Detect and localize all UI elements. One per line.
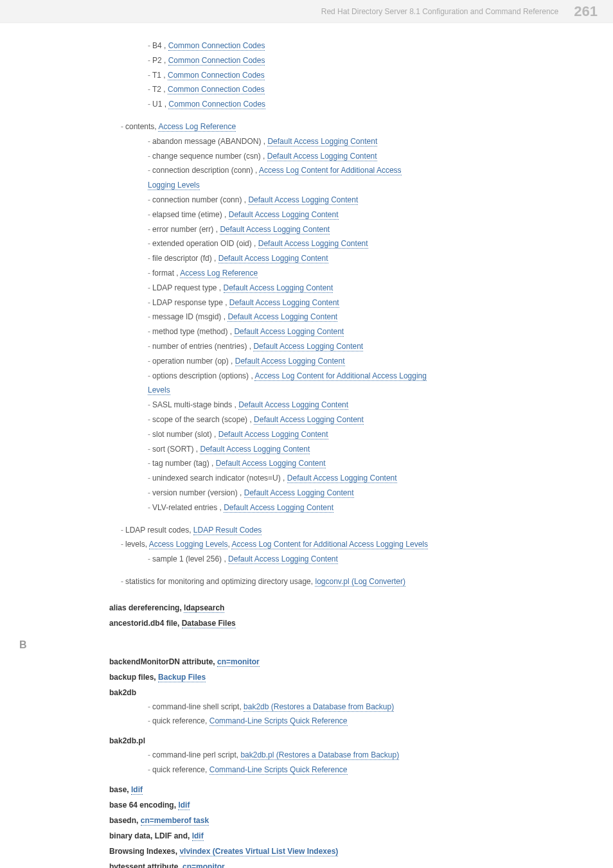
link-topic[interactable]: Default Access Logging Content xyxy=(229,298,339,308)
link-topic[interactable]: Default Access Logging Content xyxy=(227,312,337,322)
index-entry: -contents, Access Log Reference xyxy=(109,120,587,134)
index-term: bytessent attribute, cn=monitor xyxy=(109,862,587,868)
link-cn-memberof[interactable]: cn=memberof task xyxy=(141,816,209,826)
link-bak2db-script[interactable]: bak2db (Restores a Database from Backup) xyxy=(244,702,394,712)
index-content: -B4 , Common Connection Codes -P2 , Comm… xyxy=(0,23,613,868)
link-vlvindex[interactable]: vlvindex (Creates Virtual List View Inde… xyxy=(179,847,338,856)
index-term: base 64 encoding, ldif xyxy=(109,801,587,810)
link-logconv[interactable]: logconv.pl (Log Converter) xyxy=(315,577,405,587)
link-topic[interactable]: Default Access Logging Content xyxy=(229,210,339,220)
index-entry: -elapsed time (etime) , Default Access L… xyxy=(109,208,587,222)
index-entry: -connection description (conn) , Access … xyxy=(109,163,587,178)
index-entry: -LDAP result codes, LDAP Result Codes xyxy=(109,523,587,538)
index-entry: -T1 , Common Connection Codes xyxy=(109,68,587,83)
index-entry: -levels, Access Logging Levels, Access L… xyxy=(109,537,587,552)
index-entry: -abandon message (ABANDON) , Default Acc… xyxy=(109,134,587,149)
index-entry-cont: Logging Levels xyxy=(109,178,587,193)
link-topic[interactable]: Default Access Logging Content xyxy=(234,327,344,337)
index-entry: -slot number (slot) , Default Access Log… xyxy=(109,427,587,442)
page-header: Red Hat Directory Server 8.1 Configurati… xyxy=(0,0,613,23)
link-topic[interactable]: Default Access Logging Content xyxy=(267,137,377,146)
index-entry: -command-line shell script, bak2db (Rest… xyxy=(148,700,587,714)
index-entry: -sort (SORT) , Default Access Logging Co… xyxy=(109,442,587,457)
link-ldif[interactable]: ldif xyxy=(178,801,190,810)
link-default-access-logging-content[interactable]: Default Access Logging Content xyxy=(228,554,338,564)
link-topic-cont[interactable]: Logging Levels xyxy=(148,181,200,190)
index-term: bak2db xyxy=(109,688,587,697)
index-term: basedn, cn=memberof task xyxy=(109,816,587,825)
index-entry: -operation number (op) , Default Access … xyxy=(109,354,587,369)
link-cmdline-quick-ref[interactable]: Command-Line Scripts Quick Reference xyxy=(209,716,348,726)
link-common-connection-codes[interactable]: Common Connection Codes xyxy=(168,100,265,109)
index-entry: -quick reference, Command-Line Scripts Q… xyxy=(148,714,587,729)
link-access-log-reference[interactable]: Access Log Reference xyxy=(158,122,236,132)
link-topic[interactable]: Default Access Logging Content xyxy=(287,474,397,483)
link-topic[interactable]: Access Log Reference xyxy=(180,269,258,278)
index-entry: -file descriptor (fd) , Default Access L… xyxy=(109,251,587,266)
index-entry: -tag number (tag) , Default Access Loggi… xyxy=(109,456,587,471)
link-topic[interactable]: Default Access Logging Content xyxy=(258,239,368,249)
index-entry: -unindexed search indicator (notes=U) , … xyxy=(109,471,587,486)
link-topic[interactable]: Default Access Logging Content xyxy=(220,225,330,235)
link-topic[interactable]: Default Access Logging Content xyxy=(253,342,363,351)
section-letter-b: B xyxy=(19,639,587,651)
index-term: base, ldif xyxy=(109,785,587,794)
link-topic[interactable]: Default Access Logging Content xyxy=(224,283,333,293)
link-topic[interactable]: Default Access Logging Content xyxy=(238,400,348,410)
link-cn-monitor[interactable]: cn=monitor xyxy=(217,657,260,667)
link-common-connection-codes[interactable]: Common Connection Codes xyxy=(168,41,265,51)
link-common-connection-codes[interactable]: Common Connection Codes xyxy=(168,85,265,94)
index-entry: -LDAP request type , Default Access Logg… xyxy=(109,281,587,296)
link-topic[interactable]: Access Log Content for Additional Access xyxy=(259,166,401,175)
link-topic[interactable]: Default Access Logging Content xyxy=(254,415,364,425)
link-database-files[interactable]: Database Files xyxy=(182,619,236,628)
index-entry: -SASL multi-stage binds , Default Access… xyxy=(109,398,587,412)
index-term: backup files, Backup Files xyxy=(109,673,587,682)
link-ldif[interactable]: ldif xyxy=(131,785,143,795)
index-entry: -LDAP response type , Default Access Log… xyxy=(109,296,587,310)
index-entry: -error number (err) , Default Access Log… xyxy=(109,222,587,237)
link-topic[interactable]: Default Access Logging Content xyxy=(200,445,310,454)
link-topic[interactable]: Default Access Logging Content xyxy=(218,254,328,263)
link-topic-cont[interactable]: Levels xyxy=(148,385,170,395)
index-entry: -extended operation OID (oid) , Default … xyxy=(109,236,587,251)
index-term: alias dereferencing, ldapsearch xyxy=(109,603,587,612)
link-topic[interactable]: Access Log Content for Additional Access… xyxy=(254,371,427,381)
page-number: 261 xyxy=(574,3,598,20)
link-topic[interactable]: Default Access Logging Content xyxy=(216,459,326,468)
index-entry: -T2 , Common Connection Codes xyxy=(109,82,587,97)
index-entry: -version number (version) , Default Acce… xyxy=(109,486,587,500)
index-term: ancestorid.db4 file, Database Files xyxy=(109,619,587,628)
link-access-logging-levels[interactable]: Access Logging Levels xyxy=(149,540,228,549)
index-entry: -number of entries (nentries) , Default … xyxy=(109,339,587,354)
link-bak2dbpl-script[interactable]: bak2db.pl (Restores a Database from Back… xyxy=(240,750,399,760)
link-common-connection-codes[interactable]: Common Connection Codes xyxy=(168,71,265,80)
index-term: Browsing Indexes, vlvindex (Creates Virt… xyxy=(109,847,587,856)
index-entry: -B4 , Common Connection Codes xyxy=(109,39,587,53)
link-ldapsearch[interactable]: ldapsearch xyxy=(184,603,224,613)
index-entry: -command-line perl script, bak2db.pl (Re… xyxy=(148,748,587,763)
link-topic[interactable]: Default Access Logging Content xyxy=(244,488,354,498)
link-cn-monitor[interactable]: cn=monitor xyxy=(182,862,225,868)
link-topic[interactable]: Default Access Logging Content xyxy=(248,195,358,205)
link-cmdline-quick-ref[interactable]: Command-Line Scripts Quick Reference xyxy=(209,765,348,775)
index-entry: -sample 1 (level 256) , Default Access L… xyxy=(109,552,587,567)
index-entry: -P2 , Common Connection Codes xyxy=(109,53,587,68)
link-topic[interactable]: Default Access Logging Content xyxy=(235,357,345,366)
link-common-connection-codes[interactable]: Common Connection Codes xyxy=(168,56,265,66)
index-entry: -U1 , Common Connection Codes xyxy=(109,97,587,112)
link-backup-files[interactable]: Backup Files xyxy=(158,673,206,682)
link-ldif[interactable]: ldif xyxy=(192,831,204,841)
link-topic[interactable]: Default Access Logging Content xyxy=(224,503,333,513)
index-term: backendMonitorDN attribute, cn=monitor xyxy=(109,657,587,666)
index-entry: -options description (options) , Access … xyxy=(109,369,587,384)
link-topic[interactable]: Default Access Logging Content xyxy=(218,430,328,439)
link-ldap-result-codes[interactable]: LDAP Result Codes xyxy=(193,526,262,535)
index-entry: -statistics for monitoring and optimizin… xyxy=(109,574,587,589)
index-entry: -change sequence number (csn) , Default … xyxy=(109,149,587,164)
link-access-log-additional-levels[interactable]: Access Log Content for Additional Access… xyxy=(231,540,428,549)
index-entry: -VLV-related entries , Default Access Lo… xyxy=(109,500,587,515)
doc-title: Red Hat Directory Server 8.1 Configurati… xyxy=(321,7,559,16)
index-entry: -quick reference, Command-Line Scripts Q… xyxy=(148,763,587,777)
link-topic[interactable]: Default Access Logging Content xyxy=(267,152,377,161)
